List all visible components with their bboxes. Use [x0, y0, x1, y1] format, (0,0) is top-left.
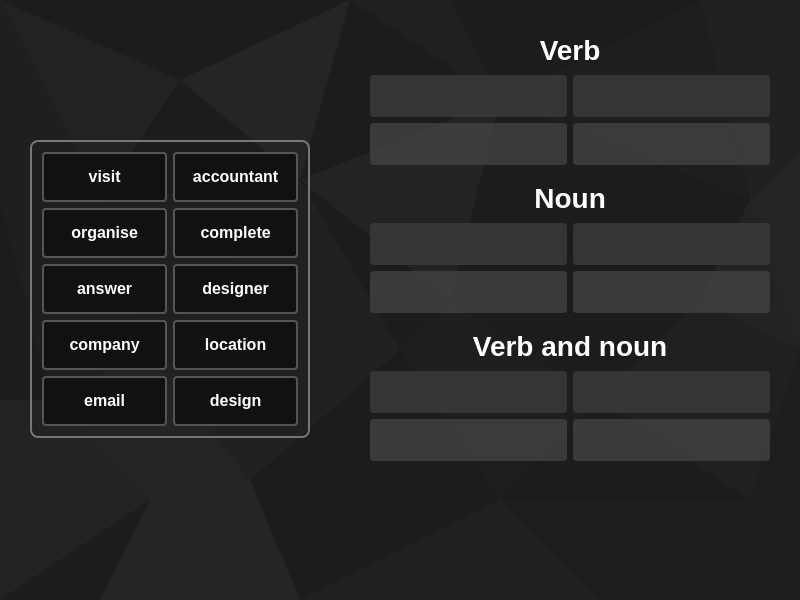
word-tile-design[interactable]: design — [173, 376, 298, 426]
drop-slot-verb-0[interactable] — [370, 75, 567, 117]
category-grid-verb — [370, 75, 770, 165]
category-section-noun: Noun — [370, 183, 770, 321]
word-tile-designer[interactable]: designer — [173, 264, 298, 314]
main-content: visitaccountantorganisecompleteanswerdes… — [0, 0, 800, 600]
category-section-verb: Verb — [370, 35, 770, 173]
drop-slot-verb-1[interactable] — [573, 75, 770, 117]
drop-slot-verb-3[interactable] — [573, 123, 770, 165]
drop-slot-noun-0[interactable] — [370, 223, 567, 265]
drop-slot-verb-and-noun-0[interactable] — [370, 371, 567, 413]
category-title-noun: Noun — [370, 183, 770, 215]
drop-slot-noun-1[interactable] — [573, 223, 770, 265]
word-tile-answer[interactable]: answer — [42, 264, 167, 314]
word-bank: visitaccountantorganisecompleteanswerdes… — [30, 140, 310, 438]
category-grid-noun — [370, 223, 770, 313]
drop-slot-verb-2[interactable] — [370, 123, 567, 165]
categories-panel: VerbNounVerb and noun — [310, 20, 770, 479]
word-tile-company[interactable]: company — [42, 320, 167, 370]
drop-slot-verb-and-noun-3[interactable] — [573, 419, 770, 461]
drop-slot-verb-and-noun-2[interactable] — [370, 419, 567, 461]
word-tile-organise[interactable]: organise — [42, 208, 167, 258]
drop-slot-verb-and-noun-1[interactable] — [573, 371, 770, 413]
word-tile-complete[interactable]: complete — [173, 208, 298, 258]
category-title-verb: Verb — [370, 35, 770, 67]
word-tile-accountant[interactable]: accountant — [173, 152, 298, 202]
category-section-verb-and-noun: Verb and noun — [370, 331, 770, 469]
category-grid-verb-and-noun — [370, 371, 770, 461]
word-tile-location[interactable]: location — [173, 320, 298, 370]
drop-slot-noun-3[interactable] — [573, 271, 770, 313]
word-tile-email[interactable]: email — [42, 376, 167, 426]
category-title-verb-and-noun: Verb and noun — [370, 331, 770, 363]
word-tile-visit[interactable]: visit — [42, 152, 167, 202]
drop-slot-noun-2[interactable] — [370, 271, 567, 313]
